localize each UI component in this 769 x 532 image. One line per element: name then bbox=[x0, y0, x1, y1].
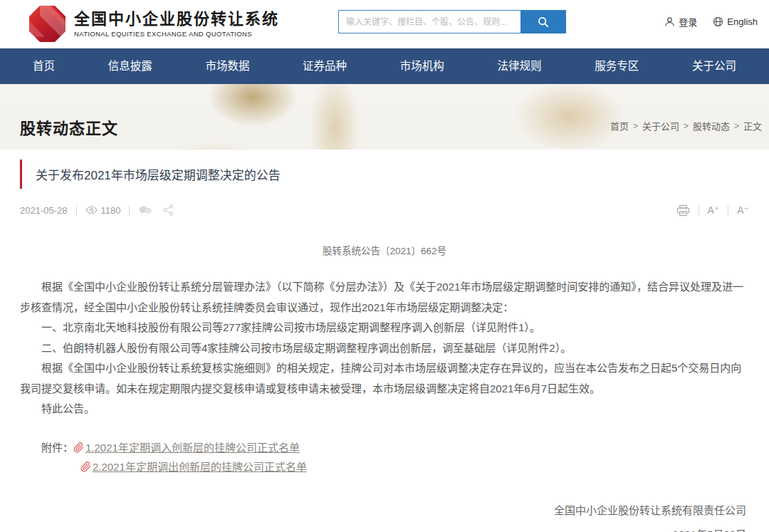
article: 关于发布2021年市场层级定期调整决定的公告 2021-05-28 1180 bbox=[0, 160, 769, 532]
breadcrumb-home[interactable]: 首页 bbox=[610, 119, 629, 132]
comment-icon bbox=[138, 205, 152, 215]
attachments: 附件： 1.2021年定期调入创新层的挂牌公司正式名单 2.20 bbox=[20, 438, 749, 476]
paperclip-icon bbox=[73, 442, 84, 453]
meta-divider bbox=[728, 205, 728, 216]
attachment-link-1[interactable]: 1.2021年定期调入创新层的挂牌公司正式名单 bbox=[73, 438, 300, 457]
meta-left: 2021-05-28 1180 bbox=[20, 204, 184, 216]
user-icon bbox=[664, 16, 675, 27]
nav-item-rules[interactable]: 法律规则 bbox=[498, 48, 542, 84]
notice-number: 股转系统公告〔2021〕662号 bbox=[20, 243, 749, 257]
site-header: 全国中小企业股份转让系统 NATIONAL EQUITIES EXCHANGE … bbox=[0, 0, 769, 48]
breadcrumb-current: 正文 bbox=[743, 119, 762, 132]
login-label: 登录 bbox=[679, 15, 697, 28]
meta-tools: A⁺ A⁻ bbox=[676, 204, 749, 217]
printer-icon bbox=[676, 204, 690, 217]
language-link[interactable]: English bbox=[713, 16, 758, 27]
breadcrumb-about[interactable]: 关于公司 bbox=[642, 119, 679, 132]
logo-title: 全国中小企业股份转让系统 bbox=[74, 10, 279, 28]
article-title-block: 关于发布2021年市场层级定期调整决定的公告 bbox=[20, 160, 749, 189]
paragraph: 二、伯朗特机器人股份有限公司等4家挂牌公司按市场层级定期调整程序调出创新层，调至… bbox=[20, 338, 749, 359]
font-increase-button[interactable]: A⁺ bbox=[708, 204, 720, 216]
login-link[interactable]: 登录 bbox=[664, 15, 697, 28]
article-title: 关于发布2021年市场层级定期调整决定的公告 bbox=[36, 165, 749, 183]
page: 全国中小企业股份转让系统 NATIONAL EQUITIES EXCHANGE … bbox=[0, 0, 769, 532]
meta-divider bbox=[76, 205, 77, 216]
views-count: 1180 bbox=[101, 205, 121, 216]
search-input[interactable] bbox=[338, 10, 520, 33]
article-meta: 2021-05-28 1180 bbox=[20, 202, 749, 219]
breadcrumb-separator: > bbox=[734, 121, 739, 131]
nav-item-market-data[interactable]: 市场数据 bbox=[205, 48, 249, 84]
attachment-link-2[interactable]: 2.2021年定期调出创新层的挂牌公司正式名单 bbox=[80, 457, 307, 476]
meta-divider bbox=[699, 205, 699, 216]
search-bar bbox=[338, 10, 566, 33]
attachment-row: 附件： 1.2021年定期调入创新层的挂牌公司正式名单 bbox=[20, 438, 749, 457]
main-nav: 首页 信息披露 市场数据 证券品种 市场机构 法律规则 服务专区 关于公司 bbox=[0, 48, 769, 84]
search-button[interactable] bbox=[520, 10, 566, 33]
signature-date: 2021年5月28日 bbox=[20, 526, 746, 532]
paragraph: 特此公告。 bbox=[20, 399, 749, 419]
logo-subtitle: NATIONAL EQUITIES EXCHANGE AND QUOTATION… bbox=[74, 30, 279, 38]
breadcrumb-news[interactable]: 股转动态 bbox=[693, 119, 730, 132]
nav-item-home[interactable]: 首页 bbox=[33, 48, 55, 84]
share-button[interactable] bbox=[162, 204, 174, 216]
signature: 全国中小企业股份转让系统有限责任公司 2021年5月28日 bbox=[20, 502, 749, 532]
attachments-label: 附件： bbox=[41, 438, 73, 457]
share-icon bbox=[162, 204, 174, 216]
signature-company: 全国中小企业股份转让系统有限责任公司 bbox=[20, 502, 746, 517]
paperclip-icon bbox=[80, 461, 91, 472]
nav-item-services[interactable]: 服务专区 bbox=[595, 48, 639, 84]
meta-divider bbox=[129, 205, 130, 216]
print-button[interactable] bbox=[676, 204, 690, 217]
globe-icon bbox=[713, 16, 723, 27]
breadcrumb: 首页 > 关于公司 > 股转动态 > 正文 bbox=[610, 119, 762, 132]
attachment-link-text[interactable]: 2.2021年定期调出创新层的挂牌公司正式名单 bbox=[93, 457, 307, 476]
article-body: 股转系统公告〔2021〕662号 根据《全国中小企业股份转让系统分层管理办法》（… bbox=[20, 243, 749, 532]
logo-text: 全国中小企业股份转让系统 NATIONAL EQUITIES EXCHANGE … bbox=[74, 10, 279, 38]
user-links: 登录 English bbox=[664, 15, 758, 28]
nav-item-disclosure[interactable]: 信息披露 bbox=[108, 48, 152, 84]
nav-item-about[interactable]: 关于公司 bbox=[692, 48, 736, 84]
paragraph: 根据《全国中小企业股份转让系统分层管理办法》（以下简称《分层办法》）及《关于20… bbox=[20, 277, 749, 318]
paragraph: 一、北京南北天地科技股份有限公司等277家挂牌公司按市场层级定期调整程序调入创新… bbox=[20, 318, 749, 338]
eye-icon bbox=[85, 206, 98, 214]
article-date: 2021-05-28 bbox=[20, 205, 68, 216]
neeq-logo-icon bbox=[28, 5, 66, 43]
paragraph: 根据《全国中小企业股份转让系统复核实施细则》的相关规定，挂牌公司对本市场层级调整… bbox=[20, 358, 749, 399]
banner: 股转动态正文 首页 > 关于公司 > 股转动态 > 正文 bbox=[0, 84, 769, 150]
views-counter: 1180 bbox=[85, 205, 121, 216]
font-decrease-button[interactable]: A⁻ bbox=[737, 204, 749, 216]
nav-item-securities[interactable]: 证券品种 bbox=[303, 48, 347, 84]
language-label: English bbox=[727, 16, 758, 27]
breadcrumb-separator: > bbox=[684, 121, 689, 131]
attachment-link-text[interactable]: 1.2021年定期调入创新层的挂牌公司正式名单 bbox=[85, 438, 300, 457]
comment-button[interactable] bbox=[138, 205, 152, 215]
breadcrumb-separator: > bbox=[633, 121, 638, 131]
search-icon bbox=[537, 16, 550, 28]
attachment-row: 2.2021年定期调出创新层的挂牌公司正式名单 bbox=[20, 457, 749, 476]
nav-item-institutions[interactable]: 市场机构 bbox=[400, 48, 444, 84]
site-logo[interactable]: 全国中小企业股份转让系统 NATIONAL EQUITIES EXCHANGE … bbox=[28, 5, 279, 43]
page-title: 股转动态正文 bbox=[20, 115, 118, 138]
